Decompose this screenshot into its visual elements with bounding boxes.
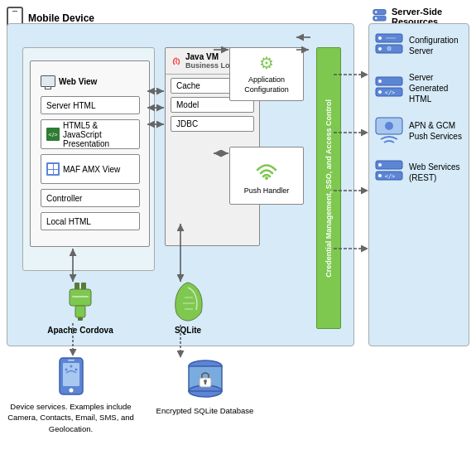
credential-text: Credential Management, SSO, and Access C… xyxy=(325,99,334,278)
svg-rect-10 xyxy=(68,360,75,361)
server-html-label: Server HTML xyxy=(46,101,95,110)
svg-text:</>: </> xyxy=(385,173,396,180)
svg-point-11 xyxy=(65,369,67,371)
sqlite-area: SQLite xyxy=(147,281,229,335)
main-container: Device Native Container Web View Server … xyxy=(7,23,354,346)
app-config-label: Application Configuration xyxy=(230,75,303,94)
jdbc-box: JDBC xyxy=(171,116,254,132)
apn-gcm-item: APN & GCM Push Services xyxy=(374,116,464,146)
model-label: Model xyxy=(176,100,199,109)
svg-rect-20 xyxy=(204,381,206,384)
svg-text:⚙: ⚙ xyxy=(387,46,392,51)
svg-rect-4 xyxy=(75,306,85,317)
device-services-icon xyxy=(55,356,88,398)
html5-icon: </> xyxy=(46,128,60,141)
apache-cordova-label: Apache Cordova xyxy=(47,326,113,335)
encrypted-db-icon xyxy=(185,356,226,402)
svg-point-9 xyxy=(69,389,73,393)
sqlite-icon xyxy=(170,281,207,322)
credential-bar: Credential Management, SSO, and Access C… xyxy=(316,47,341,329)
svg-point-13 xyxy=(75,369,77,371)
local-html-label: Local HTML xyxy=(46,217,91,226)
controller-box: Controller xyxy=(41,189,140,207)
encrypted-db-label: Encrypted SQLite Database xyxy=(156,405,254,416)
controller-label: Controller xyxy=(46,194,82,203)
encrypted-db-area: Encrypted SQLite Database xyxy=(141,356,269,416)
svg-point-40 xyxy=(378,174,382,177)
config-server-label: Configuration Server xyxy=(409,35,464,56)
mobile-device-title: Mobile Device xyxy=(28,12,94,24)
maf-box: MAF AMX View xyxy=(41,154,140,184)
svg-point-39 xyxy=(378,163,382,167)
server-html-icon: </> xyxy=(374,74,404,104)
apn-gcm-icon xyxy=(374,116,404,146)
svg-text:</>: </> xyxy=(385,89,396,96)
cordova-icon xyxy=(60,281,101,322)
server-html-resource-label: Server Generated HTML xyxy=(409,72,464,104)
svg-point-23 xyxy=(375,11,377,13)
sqlite-label: SQLite xyxy=(175,326,201,335)
svg-point-28 xyxy=(378,47,382,51)
web-view-text: Web View xyxy=(59,77,97,86)
push-handler-box: Push Handler xyxy=(229,147,304,205)
web-services-label: Web Services (REST) xyxy=(409,162,464,183)
svg-point-0 xyxy=(265,176,268,180)
maf-icon xyxy=(46,162,60,176)
config-server-icon: ⚙ xyxy=(374,31,404,60)
cache-label: Cache xyxy=(176,81,200,90)
server-side-container: ⚙ Configuration Server </> Server Genera… xyxy=(368,23,469,346)
web-view-container: Web View Server HTML </> HTML5 & JavaScr… xyxy=(30,60,150,247)
apache-cordova-area: Apache Cordova xyxy=(22,281,138,335)
web-services-item: </> Web Services (REST) xyxy=(374,157,464,187)
svg-point-33 xyxy=(378,90,382,94)
maf-label: MAF AMX View xyxy=(63,165,120,174)
local-html-box: Local HTML xyxy=(41,212,140,230)
jdbc-label: JDBC xyxy=(176,119,198,128)
diagram-container: Mobile Device Device Native Container We… xyxy=(0,0,476,469)
wifi-icon xyxy=(254,157,279,184)
svg-point-27 xyxy=(378,36,382,40)
device-services-label: Device services. Examples include Camera… xyxy=(7,401,135,434)
gear-icon: ⚙ xyxy=(259,53,274,73)
app-config-box: ⚙ Application Configuration xyxy=(229,47,304,101)
config-server-item: ⚙ Configuration Server xyxy=(374,31,464,60)
svg-point-32 xyxy=(378,80,382,83)
web-services-icon: </> xyxy=(374,157,404,187)
svg-rect-6 xyxy=(72,296,89,297)
apn-gcm-label: APN & GCM Push Services xyxy=(409,120,464,142)
server-html-box: Server HTML xyxy=(41,96,140,114)
svg-rect-5 xyxy=(78,317,83,321)
monitor-icon xyxy=(41,75,55,87)
java-icon xyxy=(171,55,182,68)
push-handler-label: Push Handler xyxy=(244,186,290,195)
svg-point-24 xyxy=(375,17,377,20)
device-services-area: Device services. Examples include Camera… xyxy=(7,356,135,434)
web-view-label: Web View xyxy=(41,75,97,87)
html5-box: </> HTML5 & JavaScript Presentation xyxy=(41,119,140,149)
html5-label: HTML5 & JavaScript Presentation xyxy=(63,121,134,148)
svg-point-12 xyxy=(70,365,72,368)
svg-point-36 xyxy=(385,122,393,130)
device-native-container: Web View Server HTML </> HTML5 & JavaScr… xyxy=(22,47,155,271)
server-html-item: </> Server Generated HTML xyxy=(374,72,464,104)
